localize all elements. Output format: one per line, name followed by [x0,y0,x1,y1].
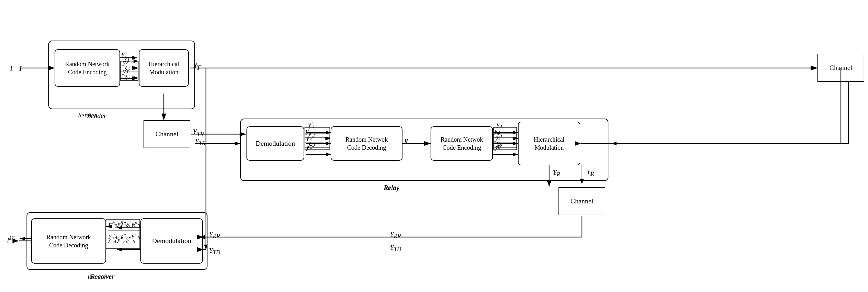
hier-mod-sender-box: HierarchicalModulation [139,49,189,87]
channel-relay-out-box: Channel [558,187,605,215]
ytr-signal-label: YTR [193,128,204,137]
i-sender-label: I [19,65,22,73]
y2prime-signal: y'2 [308,130,315,138]
y4-signal: y4 [497,121,502,130]
channel-relay-out-label: Channel [570,197,593,206]
demod-receiver-box: Demodulation [141,218,203,264]
y5-signal: y5 [497,130,502,138]
random-encode-sender-label: Random NetworkCode Encoding [65,60,110,76]
ytd-label: YTD [209,247,220,256]
hier-mod-sender-label: HierarchicalModulation [149,60,179,76]
random-decode-relay-label: Random NetwokCode Decoding [345,135,388,152]
receiver-group-label: Receiver [87,273,112,281]
channel-top-label: Channel [829,63,852,72]
ytr-label: YTR [195,137,206,147]
hier-mod-relay-label: HierarchicalModulation [534,135,565,152]
channel-top-box: Channel [817,54,864,82]
yt-signal-label: YT [193,61,200,71]
relay-group-label: Relay [384,184,399,192]
channel-relay-in-label: Channel [155,130,178,139]
y2-sender-signal: y2 [124,63,129,72]
yr-label: YR [587,168,594,177]
random-encode-relay-box: Random NetwokCode Encoding [431,126,493,161]
iprime-signal-label: I' [406,137,409,145]
y1-sender-signal: y1 [124,55,129,63]
y6-signal: y6 [497,139,502,148]
sender-group-label: Sender [78,111,97,119]
random-decode-relay-box: Random NetwokCode Decoding [331,126,402,161]
diagram-container: Sender Random NetworkCode Encoding y1 y2… [0,0,868,292]
random-encode-relay-label: Random NetwokCode Encoding [440,135,483,152]
y1prime-signal: y'1 [308,121,315,130]
random-decode-receiver-box: Random NetworkCode Decoding [31,218,106,264]
y3prime-signal: y'3 [308,139,315,148]
random-decode-receiver-label: Random NetworkCode Decoding [46,233,91,249]
ydpp456-signal: y”4,y”5,y”6 [108,236,135,244]
yr-signal-label: YR [553,168,560,178]
y3-sender-signal: y3 [124,73,129,82]
yrr-signal-label: YRR [390,230,401,239]
demod-relay-label: Demodulation [256,139,295,148]
yrr-label: YRR [209,230,220,239]
hier-mod-relay-box: HierarchicalModulation [518,122,580,165]
ydpp123-signal: y”1,y”2,y”3 [108,221,135,228]
random-encode-sender-box: Random NetworkCode Encoding [55,49,120,87]
idoubleprime-signal-label: I” [7,236,13,244]
channel-relay-in-box: Channel [144,120,190,148]
demod-relay-box: Demodulation [247,126,304,161]
i-input-label: I [10,64,12,72]
ytd-signal-label: YTD [390,243,401,253]
demod-receiver-label: Demodulation [152,236,191,246]
